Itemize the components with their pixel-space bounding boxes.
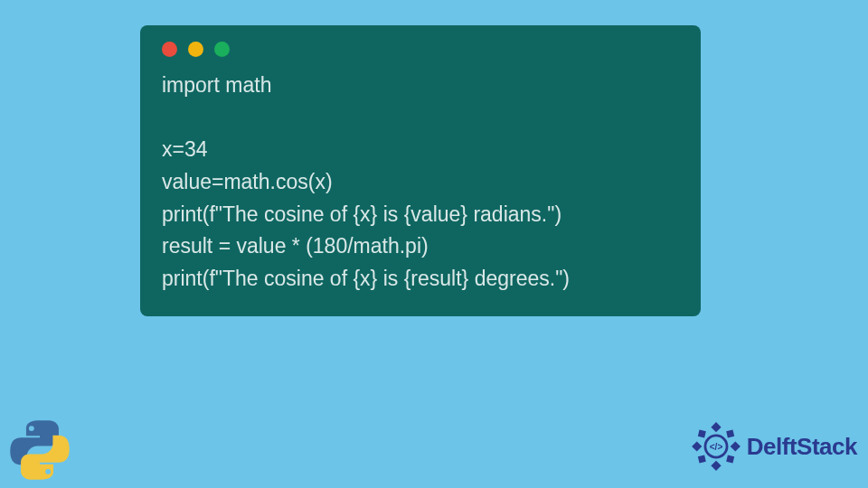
close-dot-icon <box>162 42 177 57</box>
code-line: print(f"The cosine of {x} is {value} rad… <box>162 202 561 226</box>
code-block: import math x=34 value=math.cos(x) print… <box>162 70 679 295</box>
maximize-dot-icon <box>214 42 230 57</box>
svg-marker-1 <box>711 461 721 471</box>
code-line: value=math.cos(x) <box>162 170 333 193</box>
minimize-dot-icon <box>188 42 203 57</box>
code-line: result = value * (180/math.pi) <box>162 234 429 258</box>
svg-marker-5 <box>726 430 734 438</box>
delftstack-logo: </> DelftStack <box>691 421 857 472</box>
code-line: import math <box>162 73 271 97</box>
python-icon <box>7 418 72 483</box>
code-window: import math x=34 value=math.cos(x) print… <box>140 25 701 316</box>
svg-marker-6 <box>698 455 706 464</box>
svg-marker-2 <box>692 441 702 451</box>
code-line: print(f"The cosine of {x} is {result} de… <box>162 267 570 290</box>
delftstack-label: DelftStack <box>747 433 857 461</box>
svg-marker-0 <box>711 422 721 432</box>
svg-marker-3 <box>731 441 741 451</box>
code-line: x=34 <box>162 137 208 161</box>
window-controls <box>162 42 679 57</box>
svg-marker-7 <box>726 455 734 464</box>
svg-marker-4 <box>698 430 706 438</box>
delftstack-badge-icon: </> <box>691 421 741 472</box>
svg-text:</>: </> <box>710 442 723 452</box>
